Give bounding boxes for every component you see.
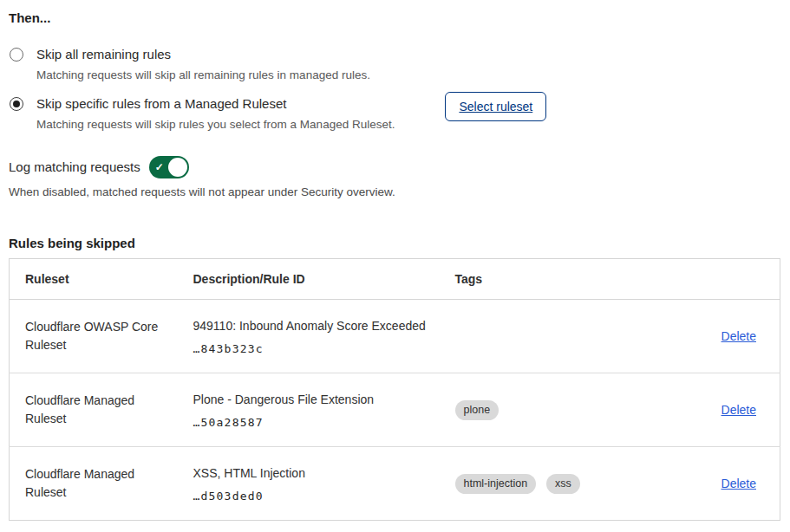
log-toggle-help-text: When disabled, matched requests will not… [9, 185, 780, 199]
rule-id: …50a28587 [193, 416, 455, 429]
skip-options-group: Skip all remaining rules Matching reques… [9, 46, 780, 132]
skip-all-remaining-description: Matching requests will skip all remainin… [36, 68, 370, 82]
tag-badge: xss [546, 474, 580, 494]
delete-link[interactable]: Delete [721, 403, 756, 417]
toggle-check-icon: ✓ [155, 160, 164, 174]
option-text: Skip specific rules from a Managed Rules… [36, 95, 395, 132]
rule-id: …843b323c [193, 342, 455, 355]
ruleset-name: Cloudflare OWASP Core Ruleset [25, 318, 164, 354]
ruleset-cell: Cloudflare Managed Ruleset [10, 447, 193, 521]
tag-badge: html-injection [455, 474, 537, 494]
table-row: Cloudflare Managed Ruleset XSS, HTML Inj… [10, 447, 780, 521]
rule-description: XSS, HTML Injection [193, 465, 455, 481]
skip-all-remaining-label[interactable]: Skip all remaining rules [36, 46, 370, 63]
waf-rule-then-panel: Then... Skip all remaining rules Matchin… [0, 0, 790, 521]
tags-cell [455, 300, 689, 373]
ruleset-cell: Cloudflare Managed Ruleset [10, 373, 193, 447]
rule-description: Plone - Dangerous File Extension [193, 392, 455, 407]
ruleset-cell: Cloudflare OWASP Core Ruleset [10, 300, 193, 373]
action-cell: Delete [689, 447, 780, 521]
toggle-knob [168, 158, 187, 177]
log-matching-requests-toggle[interactable]: ✓ [149, 156, 189, 178]
table-row: Cloudflare OWASP Core Ruleset 949110: In… [10, 300, 780, 373]
rules-being-skipped-title: Rules being skipped [9, 236, 780, 251]
skip-specific-rules-radio[interactable] [10, 97, 23, 111]
log-matching-requests-row: Log matching requests ✓ [9, 156, 780, 178]
ruleset-name: Cloudflare Managed Ruleset [25, 392, 164, 428]
select-ruleset-button[interactable]: Select ruleset [445, 92, 546, 121]
option-skip-all-remaining: Skip all remaining rules Matching reques… [9, 46, 780, 82]
action-cell: Delete [689, 300, 780, 373]
tag-badge: plone [455, 400, 499, 420]
column-header-actions [689, 259, 780, 300]
table-row: Cloudflare Managed Ruleset Plone - Dange… [10, 373, 780, 447]
description-cell: 949110: Inbound Anomaly Score Exceeded …… [193, 300, 455, 373]
tags-cell: plone [455, 373, 689, 447]
option-skip-specific-rules: Skip specific rules from a Managed Rules… [9, 95, 780, 132]
tags-cell: html-injection xss [455, 447, 689, 521]
description-cell: Plone - Dangerous File Extension …50a285… [193, 373, 455, 447]
skipped-rules-table: Ruleset Description/Rule ID Tags Cloudfl… [9, 258, 780, 521]
action-cell: Delete [689, 373, 780, 447]
column-header-ruleset: Ruleset [10, 259, 193, 300]
column-header-tags: Tags [455, 259, 689, 300]
skip-all-remaining-radio[interactable] [10, 48, 23, 62]
table-header-row: Ruleset Description/Rule ID Tags [10, 259, 780, 300]
log-matching-requests-label: Log matching requests [9, 159, 140, 176]
rule-description: 949110: Inbound Anomaly Score Exceeded [193, 318, 455, 334]
then-section-title: Then... [9, 10, 780, 26]
option-text: Skip all remaining rules Matching reques… [36, 46, 370, 82]
description-cell: XSS, HTML Injection …d503ded0 [193, 447, 455, 521]
skip-specific-rules-description: Matching requests will skip rules you se… [36, 117, 395, 132]
ruleset-name: Cloudflare Managed Ruleset [25, 465, 164, 502]
delete-link[interactable]: Delete [721, 477, 756, 490]
rule-id: …d503ded0 [193, 490, 455, 503]
delete-link[interactable]: Delete [721, 329, 756, 343]
skip-specific-rules-label[interactable]: Skip specific rules from a Managed Rules… [36, 95, 395, 113]
column-header-description: Description/Rule ID [193, 259, 455, 300]
